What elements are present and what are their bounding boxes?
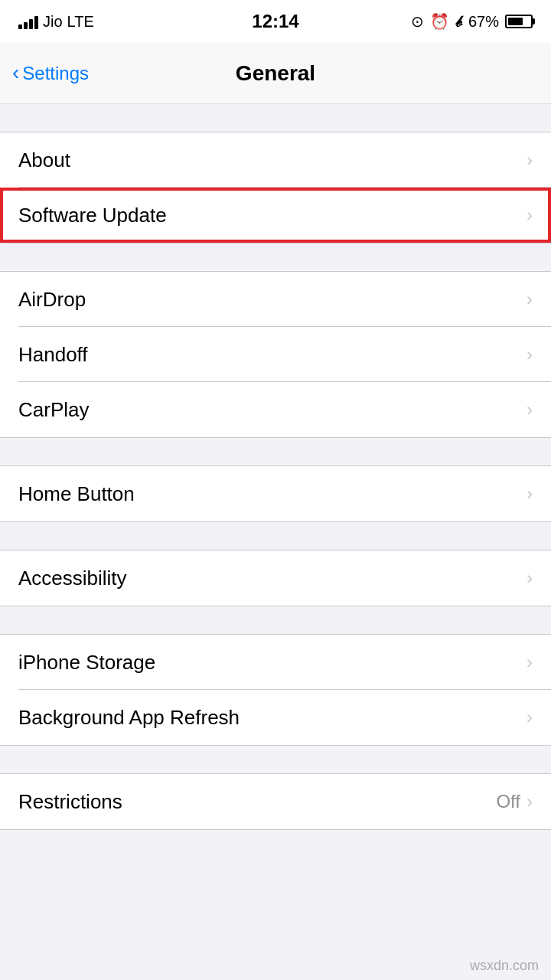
restrictions-value: Off [496,791,520,812]
section-separator-4 [0,522,551,550]
restrictions-row[interactable]: Restrictions Off › [0,774,551,829]
restrictions-label: Restrictions [18,790,122,814]
network-type-label: LTE [67,13,94,31]
software-update-row[interactable]: Software Update › [0,188,551,243]
battery-percent: 67% [468,13,499,31]
back-chevron-icon: ‹ [12,62,19,83]
signal-bars [18,14,38,29]
section-separator-3 [0,438,551,466]
page-title: General [236,61,315,86]
settings-group-top: About › Software Update › [0,132,551,243]
software-update-label: Software Update [18,204,167,227]
carplay-chevron-icon: › [527,399,533,420]
status-left: Jio LTE [18,13,94,31]
section-separator-bottom [0,830,551,858]
accessibility-label: Accessibility [18,567,127,590]
about-label: About [18,149,70,172]
restrictions-chevron-icon: › [527,791,533,812]
handoff-row[interactable]: Handoff › [0,327,551,382]
nav-bar: ‹ Settings General [0,43,551,104]
background-app-refresh-right: › [527,707,533,728]
background-app-refresh-label: Background App Refresh [18,706,240,730]
home-button-chevron-icon: › [527,483,533,505]
home-button-row[interactable]: Home Button › [0,466,551,521]
section-separator-5 [0,606,551,634]
iphone-storage-right: › [527,652,533,673]
section-separator-2 [0,243,551,271]
airdrop-label: AirDrop [18,288,86,312]
status-bar: Jio LTE 12:14 ⊙ ⏰ 𝒷 67% [0,0,551,43]
settings-group-restrictions: Restrictions Off › [0,773,551,830]
background-app-refresh-row[interactable]: Background App Refresh › [0,690,551,745]
software-update-chevron-icon: › [527,204,533,226]
handoff-chevron-icon: › [527,344,533,365]
status-right: ⊙ ⏰ 𝒷 67% [411,12,533,31]
accessibility-row[interactable]: Accessibility › [0,550,551,606]
alarm-icon: ⏰ [430,12,449,31]
about-row[interactable]: About › [0,132,551,188]
settings-group-storage: iPhone Storage › Background App Refresh … [0,634,551,746]
background-app-refresh-chevron-icon: › [527,707,533,728]
carplay-right: › [527,399,533,420]
airdrop-chevron-icon: › [527,289,533,310]
software-update-right: › [527,204,533,226]
iphone-storage-label: iPhone Storage [18,651,155,675]
accessibility-chevron-icon: › [527,567,533,589]
time-label: 12:14 [252,11,298,32]
accessibility-right: › [527,567,533,589]
back-label: Settings [22,63,89,84]
handoff-right: › [527,344,533,365]
back-button[interactable]: ‹ Settings [12,63,89,84]
handoff-label: Handoff [18,343,88,367]
section-separator-1 [0,104,551,132]
screen-record-icon: ⊙ [411,12,424,31]
carplay-row[interactable]: CarPlay › [0,382,551,437]
iphone-storage-chevron-icon: › [527,652,533,673]
battery-icon [505,15,533,28]
settings-group-connectivity: AirDrop › Handoff › CarPlay › [0,271,551,438]
carrier-label: Jio [43,13,63,31]
about-right: › [527,149,533,171]
watermark: wsxdn.com [470,958,539,974]
settings-group-home-button: Home Button › [0,466,551,522]
settings-group-accessibility: Accessibility › [0,550,551,606]
airdrop-row[interactable]: AirDrop › [0,272,551,327]
home-button-label: Home Button [18,482,135,506]
home-button-right: › [527,483,533,505]
section-separator-6 [0,746,551,773]
airdrop-right: › [527,289,533,310]
iphone-storage-row[interactable]: iPhone Storage › [0,635,551,690]
carplay-label: CarPlay [18,398,89,422]
bluetooth-icon: 𝒷 [455,13,462,31]
about-chevron-icon: › [527,149,533,171]
restrictions-right: Off › [496,791,533,812]
